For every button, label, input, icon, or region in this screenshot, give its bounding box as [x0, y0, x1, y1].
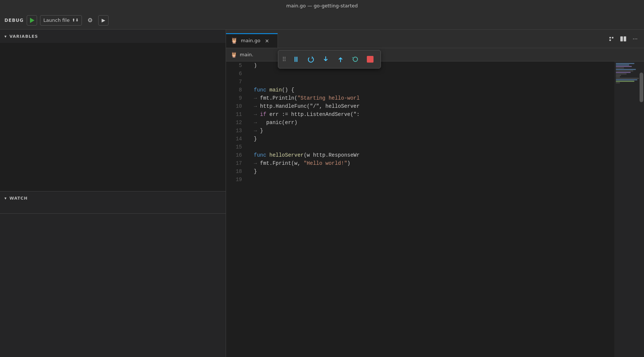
breadcrumb-file-icon: 🦉: [230, 51, 238, 58]
sidebar: ▾ VARIABLES ▾ WATCH: [0, 30, 226, 357]
code-line: 14}: [226, 135, 644, 143]
line-number: 18: [226, 167, 246, 176]
line-number: 12: [226, 119, 246, 127]
play-triangle-icon: [30, 18, 34, 23]
terminal-icon: ▶: [102, 17, 105, 23]
tab-close-button[interactable]: ×: [265, 38, 269, 44]
split-editor-button[interactable]: [619, 34, 628, 43]
tab-filename: main.go: [241, 38, 260, 43]
step-out-icon: [337, 56, 344, 63]
minimap-line: [616, 75, 621, 76]
line-number: 8: [226, 86, 246, 94]
debug-float-toolbar: ⠿ ⏸: [278, 50, 381, 69]
code-line: 8func main() {: [226, 86, 644, 94]
more-actions-button[interactable]: ···: [631, 34, 640, 43]
debug-label: DEBUG: [4, 18, 24, 23]
debug-play-button[interactable]: [27, 15, 37, 26]
tab-active-indicator: [226, 33, 278, 34]
minimap-line: [616, 70, 633, 71]
minimap-line: [616, 76, 620, 77]
watch-arrow-icon: ▾: [4, 196, 7, 201]
stop-icon: [367, 56, 374, 63]
watch-section: ▾ WATCH: [0, 191, 226, 214]
line-content: }: [246, 167, 644, 176]
scrollbar-thumb[interactable]: [640, 73, 643, 102]
line-content: → panic(err): [246, 119, 644, 127]
line-number: 6: [226, 70, 246, 78]
terminal-button[interactable]: ▶: [98, 15, 109, 26]
minimap-line: [616, 72, 631, 73]
line-content: → }: [246, 127, 644, 135]
source-control-icon: [608, 36, 615, 42]
debug-stop-button[interactable]: [364, 53, 377, 66]
minimap-line: [616, 79, 637, 80]
launch-file-select[interactable]: Launch file ⬆⬇: [40, 15, 82, 26]
minimap-line: [616, 67, 624, 69]
variables-content: [0, 43, 226, 191]
line-content: → http.HandleFunc("/", helloServer: [246, 102, 644, 110]
minimap-line: [616, 82, 620, 83]
pause-icon: ⏸: [292, 55, 300, 64]
code-line: 6: [226, 70, 644, 78]
code-line: 7: [226, 78, 644, 86]
line-number: 15: [226, 143, 246, 151]
code-line: 13→ }: [226, 127, 644, 135]
code-line: 16func helloServer(w http.ResponseWr: [226, 151, 644, 159]
line-content: [246, 78, 644, 86]
step-over-icon: [307, 56, 315, 63]
code-line: 11→ if err := http.ListenAndServe(":: [226, 110, 644, 119]
ellipsis-icon: ···: [633, 36, 637, 42]
debug-pause-button[interactable]: ⏸: [289, 53, 303, 66]
watch-header[interactable]: ▾ WATCH: [0, 191, 226, 205]
debug-step-into-button[interactable]: [319, 53, 332, 66]
minimap: [614, 61, 644, 357]
line-content: func helloServer(w http.ResponseWr: [246, 151, 644, 159]
line-number: 13: [226, 127, 246, 135]
variables-section: ▾ VARIABLES: [0, 30, 226, 191]
main-go-tab[interactable]: 🦉 main.go ×: [226, 33, 278, 48]
line-content: → fmt.Fprint(w, "Hello world!"): [246, 159, 644, 167]
line-content: [246, 70, 644, 78]
drag-handle-icon[interactable]: ⠿: [282, 56, 286, 63]
source-control-button[interactable]: [607, 34, 616, 43]
minimap-line: [616, 66, 632, 67]
line-content: [246, 143, 644, 151]
code-line: 12→ panic(err): [226, 119, 644, 127]
debug-toolbar: DEBUG Launch file ⬆⬇ ⚙ ▶: [0, 11, 644, 30]
line-number: 5: [226, 61, 246, 70]
code-line: 9→ fmt.Println("Starting hello-worl: [226, 94, 644, 102]
code-line: 15: [226, 143, 644, 151]
debug-restart-button[interactable]: [349, 53, 362, 66]
line-number: 17: [226, 159, 246, 167]
line-content: → if err := http.ListenAndServe(":: [246, 110, 644, 119]
minimap-line: [616, 69, 636, 70]
title-bar: main.go — go-getting-started: [0, 0, 644, 11]
tab-bar: 🦉 main.go × ···: [226, 30, 644, 48]
variables-title: VARIABLES: [10, 34, 38, 39]
main-layout: ▾ VARIABLES ▾ WATCH 🦉 main.go ×: [0, 30, 644, 357]
code-lines: 5)6 7 8func main() {9→ fmt.Println("Star…: [226, 61, 644, 184]
code-editor[interactable]: 5)6 7 8func main() {9→ fmt.Println("Star…: [226, 61, 644, 357]
tab-actions: ···: [607, 34, 640, 43]
minimap-line: [616, 73, 627, 74]
svg-rect-0: [620, 36, 623, 41]
code-line: 10→ http.HandleFunc("/", helloServer: [226, 102, 644, 110]
line-content: [246, 176, 644, 184]
line-number: 14: [226, 135, 246, 143]
restart-icon: [352, 56, 359, 63]
tab-file-icon: 🦉: [230, 37, 238, 44]
variables-header[interactable]: ▾ VARIABLES: [0, 30, 226, 43]
line-number: 11: [226, 110, 246, 119]
breadcrumb-path: main.: [240, 52, 253, 57]
step-into-icon: [322, 56, 329, 63]
launch-file-label: Launch file: [43, 17, 70, 23]
svg-rect-1: [624, 36, 626, 41]
settings-button[interactable]: ⚙: [85, 15, 95, 26]
line-number: 16: [226, 151, 246, 159]
minimap-line: [616, 64, 629, 66]
debug-step-out-button[interactable]: [334, 53, 347, 66]
line-number: 19: [226, 176, 246, 184]
debug-step-over-button[interactable]: [304, 53, 318, 66]
scrollbar-track[interactable]: [639, 61, 644, 357]
line-number: 9: [226, 94, 246, 102]
